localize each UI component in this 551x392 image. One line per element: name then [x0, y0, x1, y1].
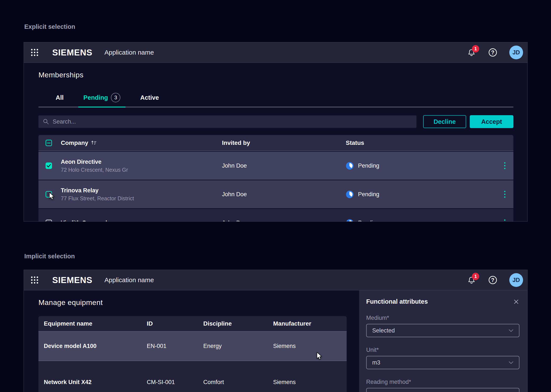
memberships-content: Memberships All Pending 3 Active Decline [24, 63, 527, 221]
siemens-logo: SIEMENS [52, 48, 92, 57]
select-all-checkbox[interactable] [46, 140, 52, 146]
header-actions: 1 ? JD [467, 46, 523, 59]
table-row[interactable]: Virelith Coreworks John Doe Pending [38, 209, 513, 221]
tab-active[interactable]: Active [135, 93, 164, 107]
decline-button[interactable]: Decline [423, 115, 466, 128]
unit-value: m3 [372, 359, 380, 366]
sort-ascending-icon [91, 140, 97, 146]
equipment-manufacturer: Siemens [273, 379, 347, 385]
notification-badge: 1 [472, 45, 479, 52]
tab-all-label: All [56, 94, 64, 101]
header-actions: 1 ? JD [467, 273, 523, 287]
column-header-company[interactable]: Company [61, 140, 222, 146]
indeterminate-dash [47, 143, 50, 143]
panel-title: Functional attributes [366, 298, 428, 305]
status-label: Pending [358, 162, 379, 169]
application-name: Application name [105, 49, 154, 56]
reading-method-select[interactable] [366, 388, 519, 392]
medium-select[interactable]: Selected [366, 324, 519, 337]
help-button[interactable]: ? [489, 276, 497, 284]
tab-pending-count-badge: 3 [111, 93, 120, 102]
invited-by-value: John Doe [222, 162, 346, 169]
close-icon[interactable] [513, 299, 519, 305]
invited-by-value: John Doe [222, 191, 346, 198]
table-row[interactable]: Trinova Relay 77 Flux Street, Reactor Di… [38, 180, 513, 208]
equipment-discipline: Energy [203, 343, 273, 350]
column-header-id: ID [147, 320, 203, 327]
canvas: { "sections": { "explicit": "Explicit se… [0, 0, 551, 392]
notification-badge: 1 [472, 273, 479, 280]
user-avatar[interactable]: JD [509, 46, 523, 59]
question-mark-icon: ? [491, 49, 494, 56]
table-row[interactable]: Aeon Directive 72 Holo Crescent, Nexus G… [38, 152, 513, 180]
memberships-table: Company Invited by Status [38, 135, 513, 221]
notifications-button[interactable]: 1 [467, 48, 476, 57]
invited-by-value: John Doe [222, 220, 346, 222]
chevron-down-icon [509, 361, 513, 364]
search-field [38, 115, 417, 128]
tab-pending[interactable]: Pending 3 [78, 93, 126, 107]
chevron-down-icon [509, 329, 513, 332]
tab-all[interactable]: All [50, 93, 69, 107]
accept-button[interactable]: Accept [470, 115, 513, 128]
pending-status-icon [346, 219, 354, 222]
row-menu-kebab-icon[interactable] [504, 162, 505, 169]
company-name: Virelith Coreworks [61, 220, 222, 222]
pending-status-icon [346, 190, 354, 198]
user-avatar[interactable]: JD [509, 273, 523, 287]
notifications-button[interactable]: 1 [467, 275, 476, 285]
status-label: Pending [358, 191, 379, 198]
column-header-equipment-name: Equipment name [44, 320, 147, 327]
table-row[interactable]: Device model A100 EN-001 Energy Siemens [38, 332, 347, 360]
question-mark-icon: ? [491, 277, 494, 283]
equipment-discipline: Comfort [203, 379, 273, 385]
status-label: Pending [358, 220, 379, 222]
unit-label: Unit* [366, 347, 519, 353]
help-button[interactable]: ? [489, 48, 497, 56]
search-input[interactable] [53, 119, 412, 125]
column-header-manufacturer: Manufacturer [273, 320, 347, 327]
unit-select[interactable]: m3 [366, 356, 519, 369]
tab-pending-label: Pending [83, 94, 108, 101]
row-checkbox-hover[interactable] [46, 191, 52, 197]
search-icon [43, 119, 49, 125]
table-row[interactable]: Network Unit X42 CM-SI-001 Comfort Sieme… [38, 360, 347, 392]
app-launcher-icon[interactable] [31, 49, 38, 56]
table-header-row: Company Invited by Status [38, 135, 513, 151]
company-address: 77 Flux Street, Reactor District [61, 195, 222, 202]
company-name: Trinova Relay [61, 187, 222, 194]
equipment-content: Manage equipment Equipment name ID Disci… [24, 290, 527, 392]
equipment-manufacturer: Siemens [273, 343, 347, 350]
company-address: 72 Holo Crescent, Nexus Gr [61, 167, 222, 173]
company-header-label: Company [61, 140, 88, 146]
pending-status-icon [346, 162, 354, 170]
reading-method-label: Reading method* [366, 379, 519, 385]
column-header-status: Status [346, 140, 496, 146]
row-checkbox-unchecked[interactable] [46, 220, 52, 221]
section-label-explicit: Explicit selection [24, 23, 75, 30]
equipment-name: Device model A100 [44, 343, 147, 350]
functional-attributes-panel: Functional attributes Medium* Selected U… [359, 290, 527, 392]
equipment-window: SIEMENS Application name 1 ? JD Manage e… [24, 270, 528, 392]
tab-bar: All Pending 3 Active [38, 93, 513, 107]
siemens-logo: SIEMENS [52, 275, 92, 285]
equipment-main: Manage equipment Equipment name ID Disci… [24, 290, 359, 392]
check-icon [46, 162, 52, 169]
equipment-table: Equipment name ID Discipline Manufacture… [38, 316, 347, 392]
memberships-window: SIEMENS Application name 1 ? JD Membersh… [24, 42, 528, 222]
app-launcher-icon[interactable] [31, 276, 38, 284]
row-menu-kebab-icon[interactable] [504, 191, 505, 198]
table-header-row: Equipment name ID Discipline Manufacture… [38, 316, 347, 332]
row-menu-kebab-icon[interactable] [504, 219, 505, 221]
column-header-invited-by: Invited by [222, 140, 346, 146]
app-header: SIEMENS Application name 1 ? JD [24, 270, 527, 290]
equipment-id: CM-SI-001 [147, 379, 203, 385]
section-label-implicit: Implicit selection [24, 253, 75, 260]
medium-label: Medium* [366, 315, 519, 321]
equipment-name: Network Unit X42 [44, 379, 147, 385]
company-name: Aeon Directive [61, 159, 222, 165]
equipment-id: EN-001 [147, 343, 203, 350]
row-checkbox-checked[interactable] [46, 162, 52, 169]
page-title: Manage equipment [38, 298, 359, 307]
tab-active-label: Active [140, 94, 159, 101]
